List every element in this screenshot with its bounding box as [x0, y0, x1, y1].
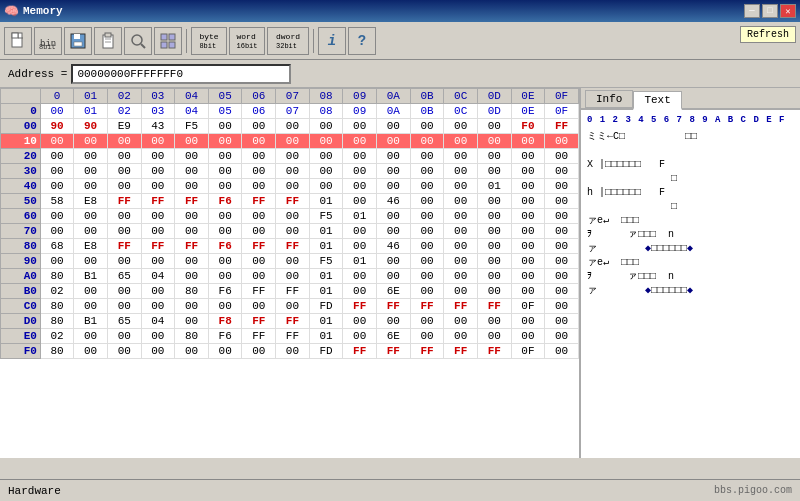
hex-cell[interactable]: FF: [175, 239, 209, 254]
hex-cell[interactable]: FD: [309, 299, 343, 314]
hex-cell[interactable]: 00: [175, 209, 209, 224]
hex-cell[interactable]: 00: [141, 224, 175, 239]
hex-cell[interactable]: FF: [444, 344, 478, 359]
hex-cell[interactable]: 00: [74, 254, 108, 269]
hex-cell[interactable]: 00: [175, 179, 209, 194]
hex-cell[interactable]: 00: [511, 179, 545, 194]
hex-cell[interactable]: E8: [74, 239, 108, 254]
hex-cell[interactable]: 00: [511, 149, 545, 164]
hex-cell[interactable]: 00: [377, 149, 411, 164]
hex-cell[interactable]: 00: [444, 314, 478, 329]
hex-cell[interactable]: 00: [410, 134, 444, 149]
hex-cell[interactable]: 00: [107, 344, 141, 359]
hex-cell[interactable]: FF: [242, 329, 276, 344]
hex-cell[interactable]: 00: [208, 134, 242, 149]
hex-cell[interactable]: 00: [175, 149, 209, 164]
hex-cell[interactable]: 00: [276, 269, 310, 284]
hex-cell[interactable]: 00: [175, 344, 209, 359]
hex-cell[interactable]: 00: [107, 284, 141, 299]
hex-cell[interactable]: 00: [242, 224, 276, 239]
hex-cell[interactable]: 0F: [545, 104, 579, 119]
hex-cell[interactable]: 00: [511, 224, 545, 239]
toolbar-help[interactable]: ?: [348, 27, 376, 55]
hex-cell[interactable]: 04: [141, 314, 175, 329]
hex-cell[interactable]: 00: [377, 224, 411, 239]
hex-cell[interactable]: 0C: [444, 104, 478, 119]
hex-cell[interactable]: 00: [141, 254, 175, 269]
hex-cell[interactable]: 00: [74, 329, 108, 344]
hex-cell[interactable]: 80: [175, 284, 209, 299]
hex-cell[interactable]: 6E: [377, 284, 411, 299]
hex-cell[interactable]: 00: [477, 329, 511, 344]
hex-cell[interactable]: 04: [175, 104, 209, 119]
hex-cell[interactable]: 00: [444, 269, 478, 284]
toolbar-dword[interactable]: dword32bit: [267, 27, 309, 55]
hex-cell[interactable]: 00: [309, 179, 343, 194]
hex-cell[interactable]: 00: [377, 164, 411, 179]
hex-cell[interactable]: FF: [276, 314, 310, 329]
hex-cell[interactable]: 00: [276, 224, 310, 239]
hex-cell[interactable]: 01: [309, 224, 343, 239]
hex-cell[interactable]: 00: [477, 209, 511, 224]
hex-cell[interactable]: B1: [74, 269, 108, 284]
hex-cell[interactable]: 00: [141, 329, 175, 344]
hex-cell[interactable]: E9: [107, 119, 141, 134]
hex-cell[interactable]: 00: [343, 164, 377, 179]
hex-cell[interactable]: 80: [40, 344, 73, 359]
hex-cell[interactable]: 00: [545, 149, 579, 164]
hex-cell[interactable]: 00: [511, 269, 545, 284]
hex-cell[interactable]: 00: [377, 254, 411, 269]
hex-cell[interactable]: 00: [40, 149, 73, 164]
hex-cell[interactable]: 00: [477, 239, 511, 254]
hex-cell[interactable]: E8: [74, 194, 108, 209]
hex-cell[interactable]: 00: [545, 344, 579, 359]
hex-cell[interactable]: 00: [175, 314, 209, 329]
hex-cell[interactable]: 00: [511, 209, 545, 224]
hex-cell[interactable]: 68: [40, 239, 73, 254]
hex-cell[interactable]: 00: [276, 254, 310, 269]
hex-cell[interactable]: 00: [175, 299, 209, 314]
hex-cell[interactable]: 00: [208, 119, 242, 134]
hex-cell[interactable]: 00: [107, 149, 141, 164]
hex-cell[interactable]: F6: [208, 194, 242, 209]
hex-cell[interactable]: 00: [208, 224, 242, 239]
hex-cell[interactable]: 02: [40, 284, 73, 299]
hex-cell[interactable]: 00: [242, 299, 276, 314]
maximize-button[interactable]: □: [762, 4, 778, 18]
hex-cell[interactable]: 58: [40, 194, 73, 209]
hex-cell[interactable]: 00: [141, 149, 175, 164]
hex-cell[interactable]: FF: [242, 284, 276, 299]
hex-cell[interactable]: 00: [410, 329, 444, 344]
hex-cell[interactable]: 00: [309, 119, 343, 134]
hex-cell[interactable]: FF: [175, 194, 209, 209]
hex-cell[interactable]: 06: [242, 104, 276, 119]
hex-cell[interactable]: 00: [410, 164, 444, 179]
hex-cell[interactable]: 6E: [377, 329, 411, 344]
hex-cell[interactable]: FF: [242, 194, 276, 209]
hex-cell[interactable]: 00: [107, 134, 141, 149]
toolbar-save[interactable]: [64, 27, 92, 55]
hex-cell[interactable]: 80: [40, 314, 73, 329]
hex-cell[interactable]: 00: [343, 239, 377, 254]
hex-cell[interactable]: 00: [377, 269, 411, 284]
hex-cell[interactable]: 05: [208, 104, 242, 119]
hex-cell[interactable]: 0D: [477, 104, 511, 119]
hex-cell[interactable]: 02: [40, 329, 73, 344]
hex-cell[interactable]: FF: [276, 284, 310, 299]
hex-cell[interactable]: 00: [74, 134, 108, 149]
minimize-button[interactable]: ─: [744, 4, 760, 18]
hex-cell[interactable]: 00: [107, 329, 141, 344]
hex-cell[interactable]: FD: [309, 344, 343, 359]
hex-cell[interactable]: 00: [511, 284, 545, 299]
hex-cell[interactable]: 00: [242, 149, 276, 164]
hex-cell[interactable]: F8: [208, 314, 242, 329]
hex-cell[interactable]: 01: [477, 179, 511, 194]
hex-cell[interactable]: 00: [545, 314, 579, 329]
hex-cell[interactable]: 00: [242, 209, 276, 224]
hex-cell[interactable]: B1: [74, 314, 108, 329]
hex-cell[interactable]: 00: [511, 329, 545, 344]
hex-cell[interactable]: F6: [208, 239, 242, 254]
hex-cell[interactable]: 00: [208, 149, 242, 164]
hex-cell[interactable]: 00: [410, 284, 444, 299]
hex-cell[interactable]: 01: [309, 269, 343, 284]
